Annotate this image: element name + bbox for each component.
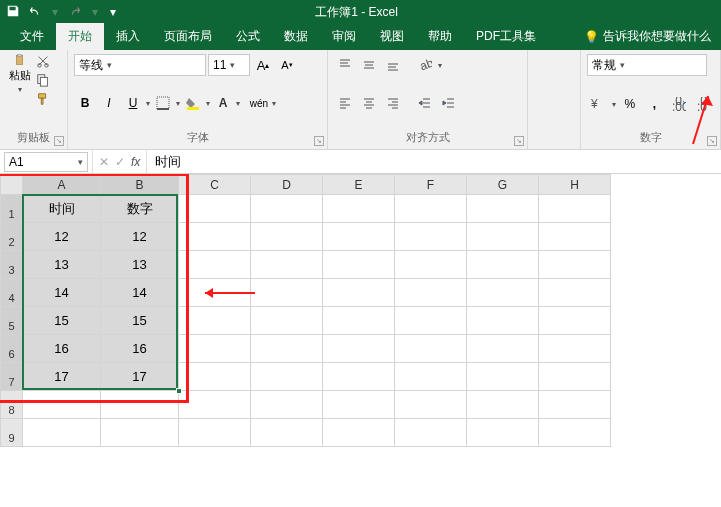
align-center-icon[interactable]	[358, 92, 380, 114]
cell-H4[interactable]	[539, 279, 611, 307]
cell-D3[interactable]	[251, 251, 323, 279]
cell-E4[interactable]	[323, 279, 395, 307]
paste-button[interactable]: 粘贴 ▾	[6, 54, 34, 94]
number-format-dropdown[interactable]: 常规▾	[587, 54, 707, 76]
decrease-decimal-icon[interactable]: .00.0	[693, 93, 714, 115]
format-painter-icon[interactable]	[36, 92, 50, 109]
cell-B8[interactable]	[101, 391, 179, 419]
accounting-format-icon[interactable]: ¥	[587, 93, 608, 115]
tab-data[interactable]: 数据	[272, 23, 320, 50]
col-header-D[interactable]: D	[251, 175, 323, 195]
row-header-7[interactable]: 7	[1, 363, 23, 391]
col-header-A[interactable]: A	[23, 175, 101, 195]
cell-G2[interactable]	[467, 223, 539, 251]
cell-H6[interactable]	[539, 335, 611, 363]
tab-layout[interactable]: 页面布局	[152, 23, 224, 50]
cell-C5[interactable]	[179, 307, 251, 335]
col-header-F[interactable]: F	[395, 175, 467, 195]
align-right-icon[interactable]	[382, 92, 404, 114]
cell-A2[interactable]: 12	[23, 223, 101, 251]
cell-H8[interactable]	[539, 391, 611, 419]
align-top-icon[interactable]	[334, 54, 356, 76]
cell-C8[interactable]	[179, 391, 251, 419]
cell-B9[interactable]	[101, 419, 179, 447]
cell-A7[interactable]: 17	[23, 363, 101, 391]
save-icon[interactable]	[6, 4, 20, 21]
col-header-C[interactable]: C	[179, 175, 251, 195]
cut-icon[interactable]	[36, 54, 50, 71]
percent-format-icon[interactable]: %	[620, 93, 641, 115]
tab-help[interactable]: 帮助	[416, 23, 464, 50]
cell-H7[interactable]	[539, 363, 611, 391]
cell-G6[interactable]	[467, 335, 539, 363]
col-header-G[interactable]: G	[467, 175, 539, 195]
tab-home[interactable]: 开始	[56, 23, 104, 50]
cell-E5[interactable]	[323, 307, 395, 335]
cell-E2[interactable]	[323, 223, 395, 251]
cell-F3[interactable]	[395, 251, 467, 279]
cell-A1[interactable]: 时间	[23, 195, 101, 223]
cell-C7[interactable]	[179, 363, 251, 391]
col-header-E[interactable]: E	[323, 175, 395, 195]
cell-D8[interactable]	[251, 391, 323, 419]
worksheet[interactable]: ABCDEFGH1时间数字212123131341414515156161671…	[0, 174, 721, 507]
cell-B3[interactable]: 13	[101, 251, 179, 279]
cancel-icon[interactable]: ✕	[99, 155, 109, 169]
cell-C3[interactable]	[179, 251, 251, 279]
increase-decimal-icon[interactable]: .0.00	[669, 93, 690, 115]
row-header-4[interactable]: 4	[1, 279, 23, 307]
cell-G3[interactable]	[467, 251, 539, 279]
cell-G7[interactable]	[467, 363, 539, 391]
copy-icon[interactable]	[36, 73, 50, 90]
row-header-2[interactable]: 2	[1, 223, 23, 251]
font-name-dropdown[interactable]: 等线▾	[74, 54, 206, 76]
fill-handle-icon[interactable]	[176, 388, 182, 394]
tab-view[interactable]: 视图	[368, 23, 416, 50]
row-header-1[interactable]: 1	[1, 195, 23, 223]
cell-B4[interactable]: 14	[101, 279, 179, 307]
italic-button[interactable]: I	[98, 92, 120, 114]
cell-E9[interactable]	[323, 419, 395, 447]
cell-D7[interactable]	[251, 363, 323, 391]
row-header-3[interactable]: 3	[1, 251, 23, 279]
alignment-launcher[interactable]: ↘	[514, 136, 524, 146]
phonetic-button[interactable]: wén	[248, 92, 270, 114]
tab-insert[interactable]: 插入	[104, 23, 152, 50]
cell-B2[interactable]: 12	[101, 223, 179, 251]
orientation-icon[interactable]: ab	[414, 54, 436, 76]
cell-F8[interactable]	[395, 391, 467, 419]
font-launcher[interactable]: ↘	[314, 136, 324, 146]
formula-input[interactable]: 时间	[147, 153, 721, 171]
tab-review[interactable]: 审阅	[320, 23, 368, 50]
cell-C9[interactable]	[179, 419, 251, 447]
fx-icon[interactable]: fx	[131, 155, 140, 169]
cell-B6[interactable]: 16	[101, 335, 179, 363]
cell-F5[interactable]	[395, 307, 467, 335]
qat-customize-icon[interactable]: ▾	[110, 5, 116, 19]
row-header-5[interactable]: 5	[1, 307, 23, 335]
col-header-H[interactable]: H	[539, 175, 611, 195]
cell-G4[interactable]	[467, 279, 539, 307]
cell-B7[interactable]: 17	[101, 363, 179, 391]
cell-B5[interactable]: 15	[101, 307, 179, 335]
cell-A5[interactable]: 15	[23, 307, 101, 335]
fill-color-button[interactable]	[182, 92, 204, 114]
cell-H3[interactable]	[539, 251, 611, 279]
cell-G5[interactable]	[467, 307, 539, 335]
increase-indent-icon[interactable]	[438, 92, 460, 114]
decrease-font-icon[interactable]: A▾	[276, 54, 298, 76]
bold-button[interactable]: B	[74, 92, 96, 114]
cell-D2[interactable]	[251, 223, 323, 251]
qat-caret-icon[interactable]: ▾	[52, 5, 58, 19]
cell-E6[interactable]	[323, 335, 395, 363]
tab-file[interactable]: 文件	[8, 23, 56, 50]
cell-D9[interactable]	[251, 419, 323, 447]
cell-F7[interactable]	[395, 363, 467, 391]
cell-D1[interactable]	[251, 195, 323, 223]
cell-C4[interactable]	[179, 279, 251, 307]
align-middle-icon[interactable]	[358, 54, 380, 76]
cell-G9[interactable]	[467, 419, 539, 447]
row-header-8[interactable]: 8	[1, 391, 23, 419]
cell-C6[interactable]	[179, 335, 251, 363]
cell-C2[interactable]	[179, 223, 251, 251]
